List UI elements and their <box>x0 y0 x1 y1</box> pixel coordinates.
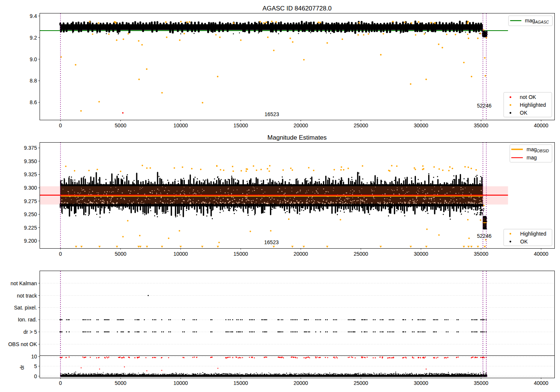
svg-text:OK: OK <box>520 239 528 245</box>
svg-text:Highlighted: Highlighted <box>520 102 546 108</box>
svg-text:10000: 10000 <box>173 122 188 128</box>
svg-text:30000: 30000 <box>414 251 428 257</box>
svg-text:Ion. rad.: Ion. rad. <box>18 317 37 323</box>
svg-text:10: 10 <box>31 354 37 360</box>
svg-text:20000: 20000 <box>293 122 308 128</box>
svg-text:15000: 15000 <box>233 251 248 257</box>
svg-text:mag: mag <box>527 155 537 161</box>
svg-text:5000: 5000 <box>115 251 126 257</box>
svg-text:25000: 25000 <box>354 380 368 386</box>
svg-text:AGASC ID 846207728.0: AGASC ID 846207728.0 <box>262 5 332 12</box>
svg-text:20000: 20000 <box>293 380 308 386</box>
svg-text:40000: 40000 <box>534 122 548 128</box>
svg-text:not OK: not OK <box>520 94 536 100</box>
svg-text:10000: 10000 <box>173 380 188 386</box>
svg-text:30000: 30000 <box>414 122 428 128</box>
svg-text:10000: 10000 <box>173 251 188 257</box>
svg-text:5000: 5000 <box>115 122 126 128</box>
svg-text:Magnitude Estimates: Magnitude Estimates <box>267 134 327 141</box>
svg-text:9.0: 9.0 <box>30 56 37 62</box>
svg-text:16523: 16523 <box>264 239 279 245</box>
svg-text:9.225: 9.225 <box>24 225 37 231</box>
svg-text:20000: 20000 <box>293 251 308 257</box>
svg-text:30000: 30000 <box>414 380 428 386</box>
svg-text:not track: not track <box>17 293 37 299</box>
svg-text:8.6: 8.6 <box>30 99 37 105</box>
svg-text:52246: 52246 <box>477 233 492 239</box>
svg-text:9.375: 9.375 <box>24 145 37 151</box>
svg-text:9.350: 9.350 <box>24 158 37 164</box>
svg-text:15000: 15000 <box>233 122 248 128</box>
svg-text:0: 0 <box>34 373 37 379</box>
svg-text:0: 0 <box>59 380 62 386</box>
svg-text:25000: 25000 <box>354 122 368 128</box>
svg-text:5000: 5000 <box>115 380 126 386</box>
svg-text:25000: 25000 <box>354 251 368 257</box>
svg-text:dr > 5: dr > 5 <box>24 329 37 335</box>
svg-text:52246: 52246 <box>477 103 492 109</box>
svg-text:0: 0 <box>59 122 62 128</box>
svg-text:9.4: 9.4 <box>30 13 37 19</box>
svg-text:35000: 35000 <box>474 122 488 128</box>
svg-text:9.250: 9.250 <box>24 211 37 217</box>
svg-text:9.325: 9.325 <box>24 171 37 177</box>
svg-text:OK: OK <box>520 110 528 116</box>
svg-text:not Kalman: not Kalman <box>10 280 37 286</box>
svg-text:35000: 35000 <box>474 380 488 386</box>
svg-text:9.275: 9.275 <box>24 198 37 204</box>
svg-text:15000: 15000 <box>233 380 248 386</box>
svg-text:0: 0 <box>59 251 62 257</box>
svg-text:5: 5 <box>34 363 37 369</box>
svg-text:Sat. pixel.: Sat. pixel. <box>14 305 37 311</box>
svg-text:9.300: 9.300 <box>24 185 37 191</box>
svg-text:16523: 16523 <box>265 111 279 117</box>
svg-text:OBS not OK: OBS not OK <box>8 341 37 347</box>
svg-text:dr: dr <box>19 365 25 370</box>
svg-text:9.2: 9.2 <box>30 35 37 41</box>
svg-text:9.200: 9.200 <box>24 238 37 244</box>
svg-text:40000: 40000 <box>534 251 548 257</box>
svg-text:35000: 35000 <box>474 251 488 257</box>
svg-text:8.8: 8.8 <box>30 78 37 84</box>
svg-text:40000: 40000 <box>534 380 548 386</box>
svg-text:Highlighted: Highlighted <box>520 231 546 237</box>
